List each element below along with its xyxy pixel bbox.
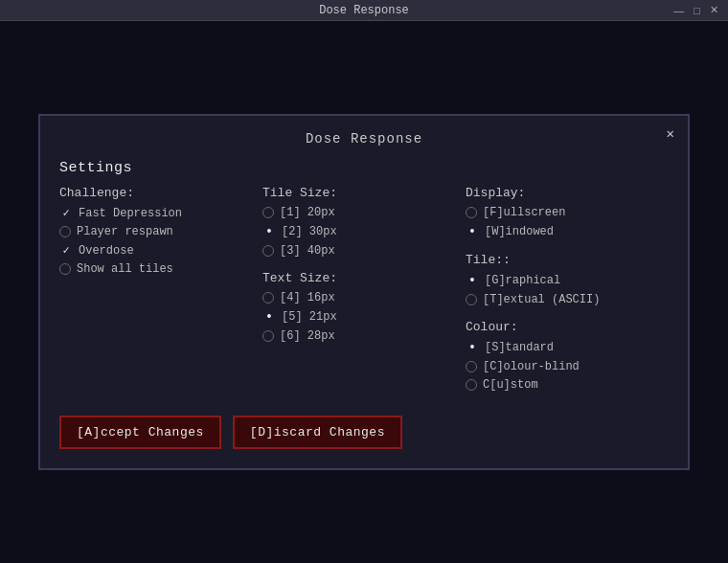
main-area: Dose Response ✕ Settings Challenge: ✓ Fa…	[0, 21, 728, 563]
list-item[interactable]: ✓ Overdose	[59, 243, 253, 258]
option-text-21: [5] 21px	[282, 310, 337, 324]
settings-heading: Settings	[59, 160, 669, 176]
close-window-button[interactable]: ✕	[708, 4, 720, 16]
option-tile-30: [2] 30px	[282, 225, 337, 238]
challenge-column: Challenge: ✓ Fast Depression Player resp…	[59, 186, 262, 396]
dialog-footer: [A]ccept Changes [D]iscard Changes	[59, 416, 669, 449]
radio-unchecked-icon	[466, 207, 477, 218]
option-colour-blind: [C]olour-blind	[483, 360, 580, 373]
list-item[interactable]: ✓ Fast Depression	[59, 206, 253, 220]
option-show-all-tiles: Show all tiles	[77, 262, 173, 276]
radio-unchecked-icon	[466, 361, 477, 372]
list-item[interactable]: Player respawn	[59, 225, 253, 238]
list-item[interactable]: C[u]stom	[466, 378, 659, 392]
option-tile-20: [1] 20px	[280, 206, 335, 219]
list-item[interactable]: • [2] 30px	[262, 224, 456, 239]
option-windowed: [W]indowed	[485, 225, 554, 238]
bullet-icon: •	[262, 309, 276, 325]
window-controls: — □ ✕	[671, 4, 720, 16]
app-title: Dose Response	[319, 4, 409, 17]
bullet-icon: •	[466, 340, 479, 355]
list-item[interactable]: [F]ullscreen	[466, 206, 659, 219]
option-fast-depression: Fast Depression	[79, 207, 182, 220]
dialog-title: Dose Response	[59, 131, 669, 146]
title-bar: Dose Response — □ ✕	[0, 0, 728, 21]
radio-unchecked-icon	[262, 330, 274, 342]
colour-label: Colour:	[466, 320, 659, 334]
radio-unchecked-icon	[262, 207, 274, 218]
list-item[interactable]: [6] 28px	[262, 329, 456, 343]
list-item[interactable]: [3] 40px	[262, 244, 456, 258]
option-custom: C[u]stom	[483, 378, 538, 392]
option-tile-40: [3] 40px	[280, 244, 335, 258]
tile-label: Tile::	[466, 253, 659, 267]
accept-button[interactable]: [A]ccept Changes	[59, 416, 221, 449]
settings-grid: Challenge: ✓ Fast Depression Player resp…	[59, 186, 669, 396]
option-text-28: [6] 28px	[280, 329, 335, 343]
radio-unchecked-icon	[262, 245, 274, 257]
display-column: Display: [F]ullscreen • [W]indowed Tile:…	[466, 186, 669, 396]
list-item[interactable]: • [5] 21px	[262, 309, 456, 325]
size-column: Tile Size: [1] 20px • [2] 30px [3] 40px	[262, 186, 466, 396]
text-size-label: Text Size:	[262, 271, 456, 285]
radio-unchecked-icon	[59, 226, 71, 237]
display-label: Display:	[466, 186, 659, 200]
list-item[interactable]: [C]olour-blind	[466, 360, 659, 373]
option-text-16: [4] 16px	[280, 291, 335, 304]
dialog-close-button[interactable]: ✕	[667, 125, 674, 142]
option-player-respawn: Player respawn	[77, 225, 173, 238]
option-textual: [T]extual (ASCII)	[483, 293, 600, 306]
challenge-label: Challenge:	[59, 186, 253, 200]
list-item[interactable]: [1] 20px	[262, 206, 456, 219]
radio-unchecked-icon	[466, 379, 477, 391]
bullet-icon: •	[466, 273, 479, 288]
checkmark-icon: ✓	[59, 243, 73, 258]
option-standard: [S]tandard	[485, 341, 554, 354]
radio-unchecked-icon	[466, 294, 477, 305]
list-item[interactable]: [T]extual (ASCII)	[466, 293, 659, 306]
option-overdose: Overdose	[79, 244, 134, 258]
minimize-button[interactable]: —	[671, 5, 686, 16]
bullet-icon: •	[262, 224, 276, 239]
option-fullscreen: [F]ullscreen	[483, 206, 565, 219]
settings-dialog: Dose Response ✕ Settings Challenge: ✓ Fa…	[38, 114, 690, 470]
list-item[interactable]: Show all tiles	[59, 262, 253, 276]
maximize-button[interactable]: □	[692, 5, 702, 16]
radio-unchecked-icon	[262, 292, 274, 304]
checkmark-icon: ✓	[59, 206, 73, 220]
list-item[interactable]: [4] 16px	[262, 291, 456, 304]
tile-size-label: Tile Size:	[262, 186, 456, 200]
discard-button[interactable]: [D]iscard Changes	[233, 416, 402, 449]
option-graphical: [G]raphical	[485, 274, 560, 287]
list-item[interactable]: • [S]tandard	[466, 340, 659, 355]
radio-unchecked-icon	[59, 263, 71, 275]
bullet-icon: •	[466, 224, 479, 239]
list-item[interactable]: • [G]raphical	[466, 273, 659, 288]
list-item[interactable]: • [W]indowed	[466, 224, 659, 239]
